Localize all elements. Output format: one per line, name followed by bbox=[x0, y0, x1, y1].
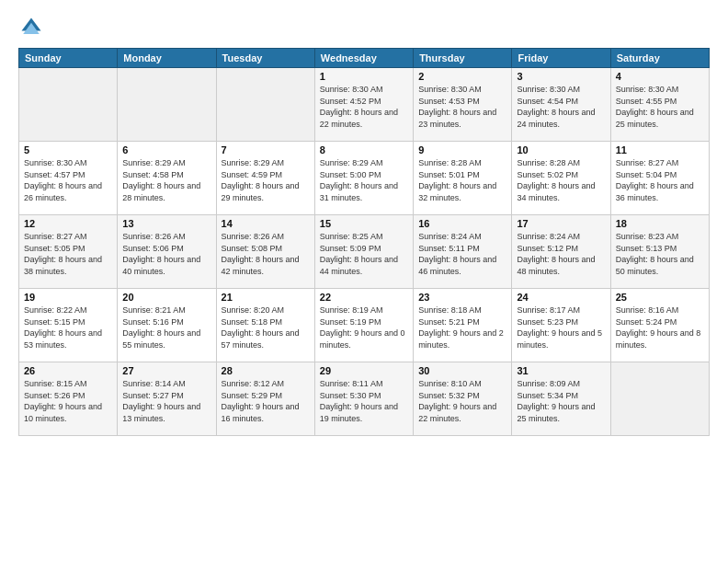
day-number: 15 bbox=[320, 218, 408, 229]
day-info: Sunrise: 8:23 AMSunset: 5:13 PMDaylight:… bbox=[616, 231, 704, 277]
day-info: Sunrise: 8:28 AMSunset: 5:02 PMDaylight:… bbox=[517, 157, 605, 203]
day-cell: 29Sunrise: 8:11 AMSunset: 5:30 PMDayligh… bbox=[314, 362, 413, 436]
day-cell: 11Sunrise: 8:27 AMSunset: 5:04 PMDayligh… bbox=[610, 142, 709, 215]
day-number: 13 bbox=[122, 218, 210, 229]
day-number: 27 bbox=[122, 365, 210, 376]
day-cell: 25Sunrise: 8:16 AMSunset: 5:24 PMDayligh… bbox=[610, 289, 709, 362]
day-number: 5 bbox=[24, 144, 112, 155]
day-number: 6 bbox=[122, 144, 210, 155]
day-number: 16 bbox=[418, 218, 506, 229]
logo-icon bbox=[18, 15, 44, 40]
weekday-friday: Friday bbox=[512, 49, 610, 68]
day-cell: 15Sunrise: 8:25 AMSunset: 5:09 PMDayligh… bbox=[314, 215, 413, 289]
day-number: 12 bbox=[24, 218, 112, 229]
day-cell: 22Sunrise: 8:19 AMSunset: 5:19 PMDayligh… bbox=[314, 289, 413, 362]
day-number: 26 bbox=[24, 365, 112, 376]
day-cell: 3Sunrise: 8:30 AMSunset: 4:54 PMDaylight… bbox=[512, 68, 610, 142]
day-cell: 14Sunrise: 8:26 AMSunset: 5:08 PMDayligh… bbox=[216, 215, 314, 289]
day-number: 28 bbox=[222, 365, 310, 376]
day-info: Sunrise: 8:30 AMSunset: 4:53 PMDaylight:… bbox=[418, 84, 506, 130]
day-cell: 28Sunrise: 8:12 AMSunset: 5:29 PMDayligh… bbox=[216, 362, 314, 436]
day-info: Sunrise: 8:17 AMSunset: 5:23 PMDaylight:… bbox=[517, 304, 605, 350]
day-info: Sunrise: 8:27 AMSunset: 5:04 PMDaylight:… bbox=[616, 157, 704, 203]
day-cell: 30Sunrise: 8:10 AMSunset: 5:32 PMDayligh… bbox=[414, 362, 512, 436]
weekday-monday: Monday bbox=[118, 49, 216, 68]
day-number: 7 bbox=[222, 144, 310, 155]
day-number: 25 bbox=[616, 292, 704, 303]
day-info: Sunrise: 8:21 AMSunset: 5:16 PMDaylight:… bbox=[122, 304, 210, 350]
week-row-4: 19Sunrise: 8:22 AMSunset: 5:15 PMDayligh… bbox=[19, 289, 710, 362]
day-cell bbox=[610, 362, 709, 436]
day-cell: 12Sunrise: 8:27 AMSunset: 5:05 PMDayligh… bbox=[19, 215, 118, 289]
day-number: 4 bbox=[616, 71, 704, 82]
week-row-5: 26Sunrise: 8:15 AMSunset: 5:26 PMDayligh… bbox=[19, 362, 710, 436]
day-number: 17 bbox=[517, 218, 605, 229]
day-cell: 8Sunrise: 8:29 AMSunset: 5:00 PMDaylight… bbox=[314, 142, 413, 215]
day-cell: 6Sunrise: 8:29 AMSunset: 4:58 PMDaylight… bbox=[118, 142, 216, 215]
day-info: Sunrise: 8:24 AMSunset: 5:11 PMDaylight:… bbox=[418, 231, 506, 277]
day-number: 2 bbox=[418, 71, 506, 82]
day-number: 29 bbox=[320, 365, 408, 376]
day-number: 22 bbox=[320, 292, 408, 303]
day-cell: 18Sunrise: 8:23 AMSunset: 5:13 PMDayligh… bbox=[610, 215, 709, 289]
day-info: Sunrise: 8:14 AMSunset: 5:27 PMDaylight:… bbox=[122, 378, 210, 424]
header bbox=[18, 15, 710, 40]
day-info: Sunrise: 8:20 AMSunset: 5:18 PMDaylight:… bbox=[222, 304, 310, 350]
day-cell: 13Sunrise: 8:26 AMSunset: 5:06 PMDayligh… bbox=[118, 215, 216, 289]
week-row-1: 1Sunrise: 8:30 AMSunset: 4:52 PMDaylight… bbox=[19, 68, 710, 142]
day-cell bbox=[19, 68, 118, 142]
day-number: 3 bbox=[517, 71, 605, 82]
day-info: Sunrise: 8:19 AMSunset: 5:19 PMDaylight:… bbox=[320, 304, 408, 350]
logo bbox=[18, 15, 48, 40]
day-cell: 9Sunrise: 8:28 AMSunset: 5:01 PMDaylight… bbox=[414, 142, 512, 215]
day-number: 20 bbox=[122, 292, 210, 303]
weekday-tuesday: Tuesday bbox=[216, 49, 314, 68]
day-info: Sunrise: 8:15 AMSunset: 5:26 PMDaylight:… bbox=[24, 378, 112, 424]
day-info: Sunrise: 8:16 AMSunset: 5:24 PMDaylight:… bbox=[616, 304, 704, 350]
day-info: Sunrise: 8:30 AMSunset: 4:52 PMDaylight:… bbox=[320, 84, 408, 130]
day-cell: 31Sunrise: 8:09 AMSunset: 5:34 PMDayligh… bbox=[512, 362, 610, 436]
day-info: Sunrise: 8:27 AMSunset: 5:05 PMDaylight:… bbox=[24, 231, 112, 277]
day-cell: 17Sunrise: 8:24 AMSunset: 5:12 PMDayligh… bbox=[512, 215, 610, 289]
day-info: Sunrise: 8:26 AMSunset: 5:08 PMDaylight:… bbox=[222, 231, 310, 277]
day-cell: 21Sunrise: 8:20 AMSunset: 5:18 PMDayligh… bbox=[216, 289, 314, 362]
day-cell: 20Sunrise: 8:21 AMSunset: 5:16 PMDayligh… bbox=[118, 289, 216, 362]
day-cell bbox=[118, 68, 216, 142]
day-cell: 1Sunrise: 8:30 AMSunset: 4:52 PMDaylight… bbox=[314, 68, 413, 142]
day-info: Sunrise: 8:12 AMSunset: 5:29 PMDaylight:… bbox=[222, 378, 310, 424]
day-number: 8 bbox=[320, 144, 408, 155]
day-cell: 7Sunrise: 8:29 AMSunset: 4:59 PMDaylight… bbox=[216, 142, 314, 215]
week-row-3: 12Sunrise: 8:27 AMSunset: 5:05 PMDayligh… bbox=[19, 215, 710, 289]
day-info: Sunrise: 8:28 AMSunset: 5:01 PMDaylight:… bbox=[418, 157, 506, 203]
weekday-header-row: SundayMondayTuesdayWednesdayThursdayFrid… bbox=[19, 49, 710, 68]
day-info: Sunrise: 8:11 AMSunset: 5:30 PMDaylight:… bbox=[320, 378, 408, 424]
weekday-saturday: Saturday bbox=[610, 49, 709, 68]
day-number: 9 bbox=[418, 144, 506, 155]
day-number: 19 bbox=[24, 292, 112, 303]
page: SundayMondayTuesdayWednesdayThursdayFrid… bbox=[0, 0, 728, 563]
day-info: Sunrise: 8:09 AMSunset: 5:34 PMDaylight:… bbox=[517, 378, 605, 424]
day-number: 23 bbox=[418, 292, 506, 303]
day-info: Sunrise: 8:18 AMSunset: 5:21 PMDaylight:… bbox=[418, 304, 506, 350]
day-info: Sunrise: 8:24 AMSunset: 5:12 PMDaylight:… bbox=[517, 231, 605, 277]
day-cell: 4Sunrise: 8:30 AMSunset: 4:55 PMDaylight… bbox=[610, 68, 709, 142]
day-cell: 26Sunrise: 8:15 AMSunset: 5:26 PMDayligh… bbox=[19, 362, 118, 436]
week-row-2: 5Sunrise: 8:30 AMSunset: 4:57 PMDaylight… bbox=[19, 142, 710, 215]
day-number: 21 bbox=[222, 292, 310, 303]
day-info: Sunrise: 8:30 AMSunset: 4:57 PMDaylight:… bbox=[24, 157, 112, 203]
calendar-table: SundayMondayTuesdayWednesdayThursdayFrid… bbox=[18, 48, 710, 436]
day-cell: 2Sunrise: 8:30 AMSunset: 4:53 PMDaylight… bbox=[414, 68, 512, 142]
weekday-wednesday: Wednesday bbox=[314, 49, 413, 68]
weekday-thursday: Thursday bbox=[414, 49, 512, 68]
day-info: Sunrise: 8:22 AMSunset: 5:15 PMDaylight:… bbox=[24, 304, 112, 350]
day-cell: 19Sunrise: 8:22 AMSunset: 5:15 PMDayligh… bbox=[19, 289, 118, 362]
day-number: 18 bbox=[616, 218, 704, 229]
day-cell: 24Sunrise: 8:17 AMSunset: 5:23 PMDayligh… bbox=[512, 289, 610, 362]
day-cell: 16Sunrise: 8:24 AMSunset: 5:11 PMDayligh… bbox=[414, 215, 512, 289]
day-cell: 10Sunrise: 8:28 AMSunset: 5:02 PMDayligh… bbox=[512, 142, 610, 215]
day-cell: 23Sunrise: 8:18 AMSunset: 5:21 PMDayligh… bbox=[414, 289, 512, 362]
day-cell bbox=[216, 68, 314, 142]
day-number: 14 bbox=[222, 218, 310, 229]
day-number: 11 bbox=[616, 144, 704, 155]
day-number: 10 bbox=[517, 144, 605, 155]
